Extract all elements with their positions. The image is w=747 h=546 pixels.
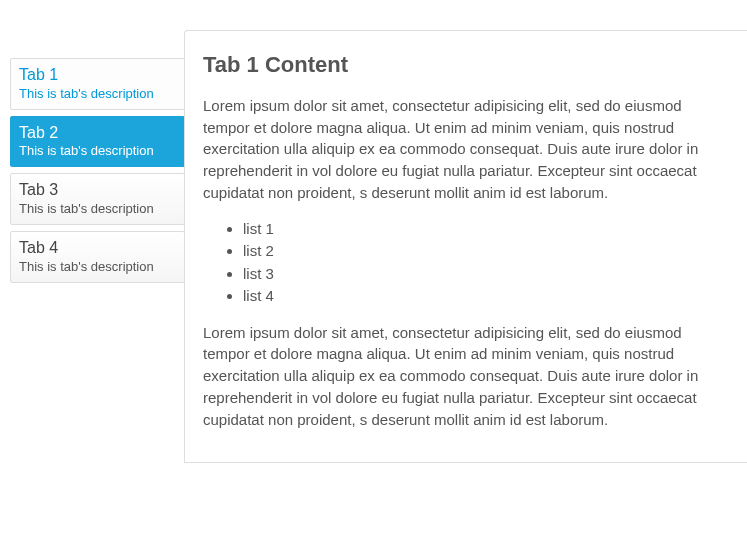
content-list: list 1 list 2 list 3 list 4	[243, 218, 729, 308]
tab-title: Tab 1	[19, 65, 176, 86]
tab-3[interactable]: Tab 3 This is tab's description	[10, 173, 185, 225]
tab-content-panel: Tab 1 Content Lorem ipsum dolor sit amet…	[184, 30, 747, 463]
list-item: list 4	[243, 285, 729, 308]
tab-description: This is tab's description	[19, 201, 176, 218]
tab-4[interactable]: Tab 4 This is tab's description	[10, 231, 185, 283]
content-heading: Tab 1 Content	[203, 49, 729, 81]
content-paragraph: Lorem ipsum dolor sit amet, consectetur …	[203, 322, 729, 431]
tab-list: Tab 1 This is tab's description Tab 2 Th…	[10, 58, 185, 463]
tab-description: This is tab's description	[19, 143, 176, 160]
list-item: list 1	[243, 218, 729, 241]
tab-description: This is tab's description	[19, 86, 176, 103]
tab-title: Tab 2	[19, 123, 176, 144]
tab-description: This is tab's description	[19, 259, 176, 276]
tab-title: Tab 3	[19, 180, 176, 201]
tab-title: Tab 4	[19, 238, 176, 259]
tab-widget: Tab 1 This is tab's description Tab 2 Th…	[0, 0, 747, 463]
list-item: list 2	[243, 240, 729, 263]
list-item: list 3	[243, 263, 729, 286]
tab-2[interactable]: Tab 2 This is tab's description	[10, 116, 185, 168]
content-paragraph: Lorem ipsum dolor sit amet, consectetur …	[203, 95, 729, 204]
tab-1[interactable]: Tab 1 This is tab's description	[10, 58, 185, 110]
